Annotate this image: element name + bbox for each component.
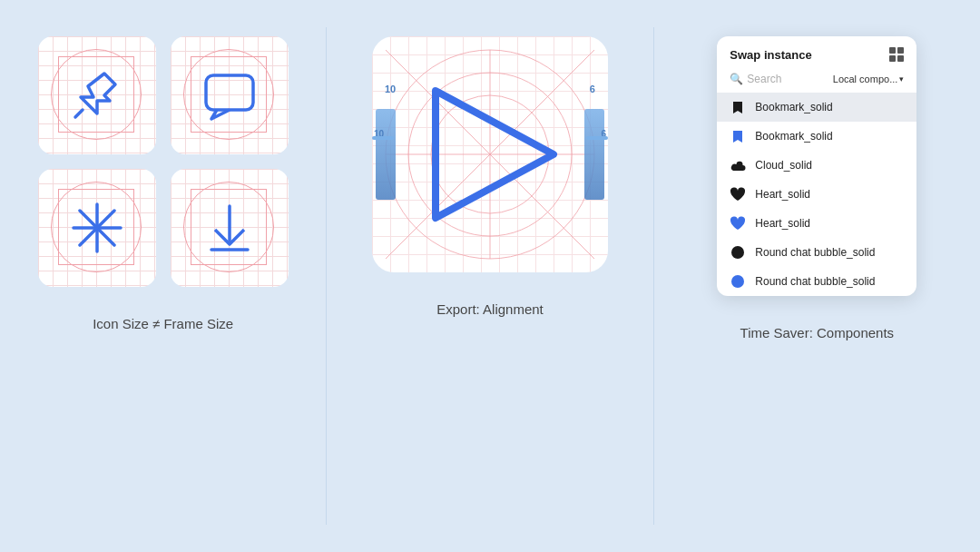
panel3-content: Swap instance 🔍 Search Local compo... ▾ bbox=[681, 36, 953, 340]
list-item[interactable]: Bookmark_solid bbox=[717, 93, 916, 122]
download-icon-card bbox=[171, 169, 289, 287]
component-name: Round chat bubble_solid bbox=[755, 275, 875, 288]
list-item[interactable]: Cloud_solid bbox=[717, 151, 916, 180]
swap-instance-panel: Swap instance 🔍 Search Local compo... ▾ bbox=[717, 36, 916, 296]
bookmark-blue-icon bbox=[730, 128, 746, 144]
component-name: Heart_solid bbox=[755, 188, 810, 201]
component-name: Bookmark_solid bbox=[755, 130, 832, 143]
measure-right-bar bbox=[586, 136, 608, 140]
bookmark-black-icon bbox=[730, 99, 746, 115]
svg-line-0 bbox=[75, 110, 83, 117]
search-box[interactable]: 🔍 Search bbox=[730, 73, 827, 85]
panel2-label: Export: Alignment bbox=[436, 301, 544, 317]
export-card: 10 6 10 6 bbox=[372, 36, 608, 272]
panel1-content: Icon Size ≠ Frame Size bbox=[27, 36, 299, 331]
swap-title: Swap instance bbox=[730, 48, 811, 62]
panel2-content: 10 6 10 6 Export: Alignment bbox=[354, 36, 625, 317]
swap-search-row: 🔍 Search Local compo... ▾ bbox=[717, 69, 916, 93]
list-item[interactable]: Bookmark_solid bbox=[717, 122, 916, 151]
chevron-down-icon: ▾ bbox=[899, 74, 904, 84]
top-right-measure: 6 bbox=[590, 84, 595, 94]
panel-components: Swap instance 🔍 Search Local compo... ▾ bbox=[654, 0, 980, 552]
list-item[interactable]: Heart_solid bbox=[717, 209, 916, 238]
panel-export: 10 6 10 6 Export: Alignment bbox=[327, 0, 652, 552]
burst-icon-card bbox=[38, 169, 156, 287]
svg-rect-1 bbox=[206, 75, 253, 110]
component-name: Cloud_solid bbox=[755, 159, 812, 172]
right-pillar bbox=[584, 109, 604, 200]
list-item[interactable]: Round chat bubble_solid bbox=[717, 267, 916, 296]
chat-svg bbox=[197, 63, 262, 128]
search-icon: 🔍 bbox=[730, 73, 743, 85]
chat-bubble-blue-icon bbox=[730, 273, 746, 290]
pin-svg bbox=[64, 63, 130, 128]
panel3-label: Time Saver: Components bbox=[740, 325, 895, 340]
search-placeholder: Search bbox=[747, 73, 781, 85]
local-compo-label: Local compo... bbox=[833, 74, 898, 84]
chat-bubble-black-icon bbox=[730, 244, 746, 261]
chat-icon-card bbox=[171, 36, 289, 154]
svg-point-17 bbox=[731, 275, 744, 288]
grid-view-icon[interactable] bbox=[889, 47, 904, 62]
component-name: Bookmark_solid bbox=[755, 101, 832, 113]
pin-icon-card bbox=[38, 36, 156, 154]
top-left-measure: 10 bbox=[385, 84, 396, 94]
heart-black-icon bbox=[730, 186, 746, 202]
cloud-black-icon bbox=[730, 157, 746, 173]
burst-svg bbox=[64, 195, 130, 261]
list-item[interactable]: Round chat bubble_solid bbox=[717, 238, 916, 267]
local-compo-dropdown[interactable]: Local compo... ▾ bbox=[833, 74, 905, 84]
swap-header: Swap instance bbox=[717, 36, 916, 69]
component-list: Bookmark_solid Bookmark_solid Cloud_soli… bbox=[717, 93, 916, 296]
panel1-label: Icon Size ≠ Frame Size bbox=[93, 316, 233, 331]
play-triangle-svg bbox=[408, 73, 572, 236]
measure-left-bar bbox=[372, 136, 394, 140]
heart-blue-icon bbox=[730, 215, 746, 232]
download-svg bbox=[197, 195, 262, 261]
list-item[interactable]: Heart_solid bbox=[717, 180, 916, 209]
component-name: Heart_solid bbox=[755, 217, 810, 230]
component-name: Round chat bubble_solid bbox=[755, 246, 875, 259]
icon-grid bbox=[38, 36, 289, 287]
svg-point-16 bbox=[731, 246, 744, 259]
left-pillar bbox=[376, 109, 396, 200]
svg-marker-15 bbox=[436, 91, 554, 218]
panel-icon-size: Icon Size ≠ Frame Size bbox=[0, 0, 326, 552]
